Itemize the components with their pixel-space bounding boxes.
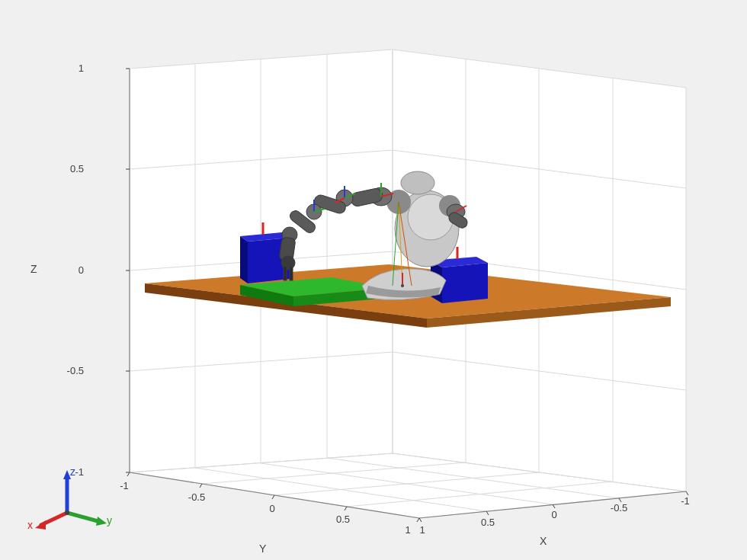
svg-line-40 — [272, 495, 274, 499]
x-tick--1: -1 — [674, 495, 697, 507]
x-axis-label: X — [540, 535, 547, 547]
svg-marker-55 — [240, 236, 248, 283]
y-tick--0.5: -0.5 — [181, 491, 212, 503]
axes-3d[interactable]: 1 0.5 0 -0.5 -1 -1 -0.5 0 0.5 1 1 0.5 0 … — [91, 30, 701, 533]
z-tick-0.5: 0.5 — [55, 163, 84, 174]
svg-line-39 — [200, 484, 202, 488]
z-tick-1: 1 — [61, 62, 84, 74]
x-tick-0: 0 — [543, 509, 566, 520]
svg-point-66 — [401, 171, 434, 194]
x-tick-0.5: 0.5 — [473, 517, 503, 528]
orientation-triad[interactable]: z y x — [30, 453, 122, 545]
svg-line-95 — [67, 513, 101, 522]
svg-line-42 — [417, 518, 419, 522]
svg-marker-60 — [442, 263, 488, 303]
triad-x-label: x — [27, 519, 33, 531]
triad-y-label: y — [107, 514, 112, 526]
y-axis-label: Y — [259, 542, 266, 555]
figure-window: 1 0.5 0 -0.5 -1 -1 -0.5 0 0.5 1 1 0.5 0 … — [0, 0, 747, 560]
scene-svg — [91, 30, 701, 533]
svg-marker-96 — [96, 517, 107, 526]
svg-line-38 — [127, 472, 130, 476]
y-tick-0.5: 0.5 — [328, 514, 358, 525]
y-tick-0: 0 — [261, 503, 284, 514]
svg-point-99 — [65, 510, 69, 515]
svg-line-41 — [345, 507, 347, 510]
svg-rect-76 — [284, 267, 287, 280]
z-tick-0: 0 — [61, 264, 84, 276]
x-tick--0.5: -0.5 — [602, 502, 636, 514]
svg-line-43 — [419, 518, 422, 522]
z-axis-label: Z — [30, 263, 37, 275]
triad-z-label: z — [70, 466, 75, 478]
svg-line-44 — [486, 511, 489, 515]
x-tick-1: 1 — [415, 524, 430, 536]
svg-marker-98 — [35, 520, 46, 530]
z-tick--0.5: -0.5 — [52, 365, 84, 376]
svg-point-92 — [401, 284, 404, 287]
svg-rect-77 — [290, 267, 293, 280]
